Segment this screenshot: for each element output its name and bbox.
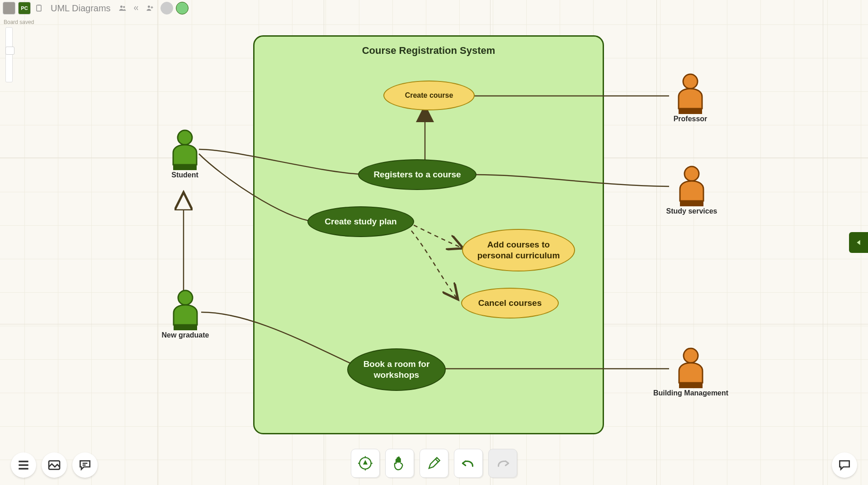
bottom-toolbar <box>351 449 517 478</box>
undo-button[interactable] <box>454 449 483 478</box>
actor-label: Professor <box>661 115 720 123</box>
svg-point-4 <box>178 130 192 145</box>
status-text: Board saved <box>4 19 34 25</box>
top-bar: PC UML Diagrams <box>3 2 189 14</box>
svg-point-3 <box>147 5 150 8</box>
comment-button[interactable] <box>72 452 98 478</box>
usecase-label: Create study plan <box>317 216 404 227</box>
avatar-1[interactable] <box>3 2 15 14</box>
svg-rect-0 <box>37 5 41 11</box>
chat-button[interactable] <box>832 452 857 478</box>
users-icon[interactable] <box>117 3 128 14</box>
menu-button[interactable] <box>11 452 36 478</box>
usecase-create-plan[interactable]: Create study plan <box>307 206 414 237</box>
chevrons-left-icon[interactable] <box>131 3 142 14</box>
avatar-pc[interactable]: PC <box>18 2 31 14</box>
diagram-title[interactable]: UML Diagrams <box>51 3 111 14</box>
zoom-thumb[interactable] <box>5 47 14 55</box>
actor-professor[interactable]: Professor <box>661 73 720 123</box>
svg-point-5 <box>178 290 193 305</box>
usecase-cancel-courses[interactable]: Cancel courses <box>461 288 559 319</box>
svg-point-8 <box>684 348 698 363</box>
draw-tool[interactable] <box>420 449 448 478</box>
expand-panel-tab[interactable] <box>849 232 868 253</box>
usecase-label: Registers to a course <box>366 169 468 180</box>
svg-point-1 <box>120 5 123 8</box>
usecase-label: Create course <box>398 91 461 100</box>
svg-point-6 <box>683 74 698 89</box>
usecase-label: Cancel courses <box>471 298 549 309</box>
svg-point-2 <box>123 6 125 8</box>
actor-label: Student <box>160 171 210 179</box>
actor-study-services[interactable]: Study services <box>651 166 732 215</box>
actor-student[interactable]: Student <box>160 129 210 179</box>
hand-tool[interactable] <box>385 449 414 478</box>
image-button[interactable] <box>42 452 67 478</box>
add-user-icon[interactable] <box>144 3 155 14</box>
participant-avatar-1[interactable] <box>160 2 173 14</box>
zoom-slider[interactable] <box>5 27 13 82</box>
actor-new-graduate[interactable]: New graduate <box>149 290 222 339</box>
usecase-book-room[interactable]: Book a room for workshops <box>347 348 446 391</box>
usecase-label: Add courses to personal curriculum <box>463 239 574 261</box>
usecase-registers[interactable]: Registers to a course <box>358 159 476 190</box>
actor-label: New graduate <box>149 331 222 339</box>
participant-avatar-2[interactable] <box>176 2 189 14</box>
actor-building-management[interactable]: Building Management <box>637 347 745 397</box>
redo-button[interactable] <box>488 449 517 478</box>
usecase-add-courses[interactable]: Add courses to personal curriculum <box>462 229 575 271</box>
actor-label: Building Management <box>637 389 745 397</box>
actor-label: Study services <box>651 207 732 215</box>
usecase-label: Book a room for workshops <box>348 359 445 380</box>
system-title: Course Registration System <box>255 37 603 57</box>
usecase-create-course[interactable]: Create course <box>383 81 475 110</box>
left-toolbar <box>11 452 98 478</box>
svg-point-7 <box>684 166 699 181</box>
clipboard-icon[interactable] <box>33 3 44 14</box>
navigate-tool[interactable] <box>351 449 380 478</box>
